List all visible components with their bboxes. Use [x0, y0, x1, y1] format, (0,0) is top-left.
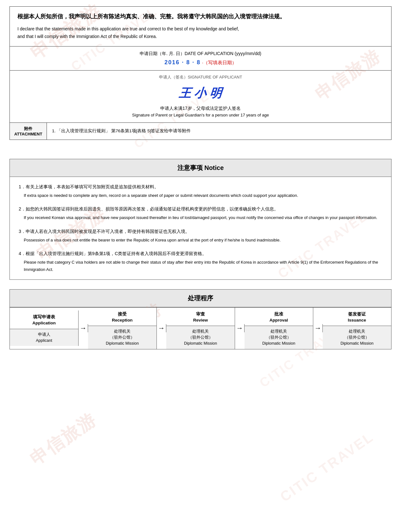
declaration-box: 根据本人所知所信，我声明以上所有陈述均真实、准确、完整。我将遵守大韩民国的出入境…	[10, 6, 391, 47]
declaration-chinese: 根据本人所知所信，我声明以上所有陈述均真实、准确、完整。我将遵守大韩民国的出入境…	[17, 12, 384, 21]
process-arrow-3: →	[235, 324, 245, 332]
notice-box: 注意事项 Notice 1．有关上述事项，本表如不够填写可另加附页或是追加提供相…	[10, 159, 391, 280]
process-step-1: 填写申请表Application申请人Applicant	[10, 310, 79, 346]
date-section: 申请日期（年. 月. 日）DATE OF APPLICATION (yyyy/m…	[10, 47, 391, 71]
date-label: 申请日期（年. 月. 日）DATE OF APPLICATION (yyyy/m…	[17, 51, 384, 57]
process-flow: 填写申请表Application申请人Applicant→接受Reception…	[10, 307, 391, 349]
process-step-2: 接受Reception处理机关（驻外公馆）Diplomatic Mission	[88, 308, 157, 349]
guardian-text-cn: 申请人未满17岁，父母或法定监护人签名	[17, 106, 384, 111]
signature-image: 王 小 明	[178, 85, 223, 101]
notice-item-2: 2．如您的大韩民国签证得到批准后因遗失、损毁等原因再次签发，必须通知签证处理机构…	[19, 205, 382, 221]
process-arrow-1: →	[79, 324, 88, 332]
notice-header: 注意事项 Notice	[10, 159, 391, 177]
signature-section: 申请人（签名）SIGNATURE OF APPLICANT 王 小 明 申请人未…	[10, 71, 391, 123]
process-arrow-4: →	[313, 324, 323, 332]
declaration-english: I declare that the statements made in th…	[17, 25, 384, 41]
date-value: 2016 · 8 · 8 ·（写填表日期）	[17, 59, 384, 66]
signature-label: 申请人（签名）SIGNATURE OF APPLICANT	[17, 74, 384, 80]
process-step-4: 批准Approval处理机关（驻外公馆）Diplomatic Mission	[245, 308, 313, 349]
notice-item-3: 3．申请人若在入境大韩民国时被发现是不许可入境者，即使持有韩国签证也无权入境。P…	[19, 228, 382, 244]
guardian-text-en: Signature of Parent or Legal Guardian's …	[17, 113, 384, 117]
attachment-content: 1. 「出入境管理法实行规则」 第76条第1项[表格 5]签证发给申请等附件	[47, 123, 196, 140]
notice-item-1: 1．有关上述事项，本表如不够填写可另加附页或是追加提供相关材料。If extra…	[19, 183, 382, 199]
process-step-5: 签发签证Issuance处理机关（驻外公馆）Diplomatic Mission	[323, 308, 391, 349]
attachment-label: 附件 ATTACHMENT	[10, 123, 47, 140]
notice-body: 1．有关上述事项，本表如不够填写可另加附页或是追加提供相关材料。If extra…	[10, 177, 391, 279]
process-header: 处理程序	[10, 290, 391, 307]
process-arrow-2: →	[157, 324, 166, 332]
process-box: 处理程序 填写申请表Application申请人Applicant→接受Rece…	[10, 289, 391, 349]
process-step-3: 审查Review处理机关（驻外公馆）Diplomatic Mission	[166, 308, 235, 349]
attachment-section: 附件 ATTACHMENT 1. 「出入境管理法实行规则」 第76条第1项[表格…	[10, 123, 391, 140]
notice-item-4: 4．根据「出入境管理法施行规则」第9条第1项，C类签证持有者入境韩国后不得变更滞…	[19, 250, 382, 273]
